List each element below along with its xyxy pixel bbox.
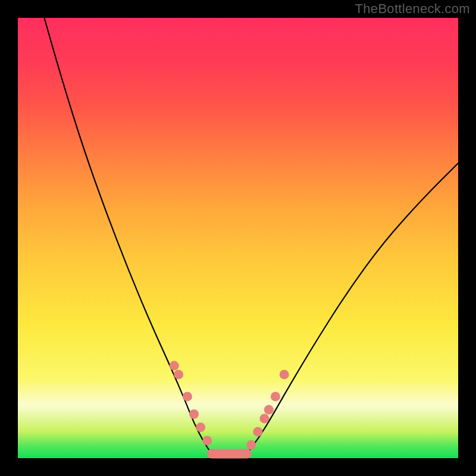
highlight-dot xyxy=(202,436,212,445)
right-curve xyxy=(247,163,458,453)
highlight-dot xyxy=(259,414,269,423)
highlight-dot xyxy=(271,392,280,401)
watermark-text: TheBottleneck.com xyxy=(355,1,470,17)
highlight-dot xyxy=(264,405,274,415)
highlight-dot xyxy=(280,369,289,379)
highlight-dot xyxy=(183,392,192,401)
chart-frame: TheBottleneck.com xyxy=(0,0,476,476)
highlight-dot xyxy=(189,409,199,419)
highlight-dot xyxy=(253,427,262,437)
left-curve xyxy=(44,18,211,454)
highlight-dot xyxy=(196,422,205,432)
plot-area xyxy=(18,18,458,458)
chart-svg xyxy=(18,18,458,458)
highlight-dot xyxy=(174,369,183,379)
highlight-dot xyxy=(246,440,256,450)
highlight-dot xyxy=(170,361,179,371)
